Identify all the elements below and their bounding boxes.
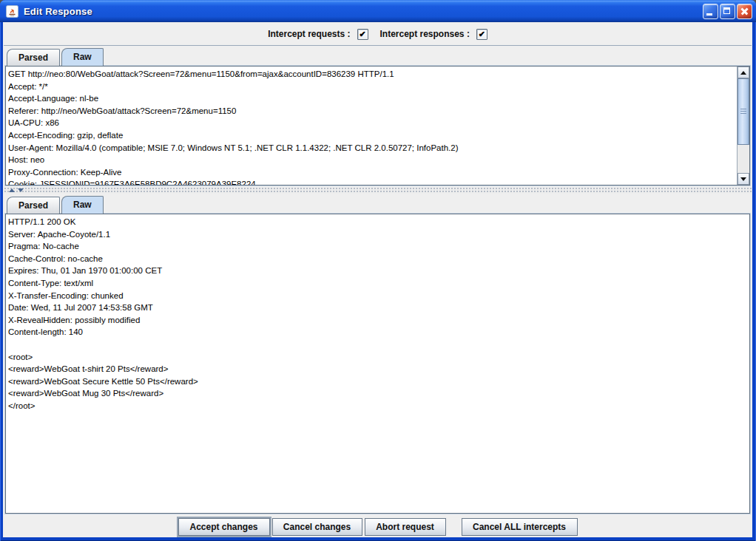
abort-request-button[interactable]: Abort request	[365, 518, 446, 536]
scroll-up-button[interactable]	[738, 67, 749, 78]
dialog-content: Intercept requests : ✔ Intercept respons…	[3, 22, 752, 537]
request-panel: Parsed Raw GET http://neo:80/WebGoat/att…	[4, 45, 752, 187]
intercept-requests-checkbox[interactable]: ✔	[357, 29, 368, 40]
scrollbar-thumb[interactable]	[738, 78, 749, 145]
arrow-down-icon	[740, 177, 746, 181]
accept-changes-button[interactable]: Accept changes	[178, 518, 270, 536]
tab-response-parsed[interactable]: Parsed	[7, 197, 60, 214]
intercept-responses-label: Intercept responses :	[380, 29, 470, 39]
divider-collapse-up-icon[interactable]	[9, 188, 15, 192]
maximize-button[interactable]	[720, 4, 735, 19]
response-tabs: Parsed Raw	[7, 194, 104, 214]
intercept-requests-label: Intercept requests :	[268, 29, 350, 39]
action-button-row: Accept changes Cancel changes Abort requ…	[3, 516, 752, 537]
close-button[interactable]	[737, 4, 752, 19]
arrow-up-icon	[740, 71, 746, 75]
thumb-grip-icon	[740, 109, 746, 115]
tab-request-raw[interactable]: Raw	[61, 48, 104, 66]
request-vertical-scrollbar[interactable]	[737, 67, 749, 185]
tab-request-parsed[interactable]: Parsed	[7, 49, 60, 66]
response-scrollpane: HTTP/1.1 200 OK Server: Apache-Coyote/1.…	[5, 214, 750, 514]
intercept-bar: Intercept requests : ✔ Intercept respons…	[3, 24, 752, 44]
divider-collapse-down-icon[interactable]	[18, 188, 24, 192]
request-raw-text[interactable]: GET http://neo:80/WebGoat/attack?Screen=…	[6, 67, 737, 185]
java-app-icon	[6, 5, 18, 18]
titlebar[interactable]: Edit Response	[0, 0, 756, 22]
split-divider[interactable]	[4, 187, 752, 194]
cancel-all-intercepts-button[interactable]: Cancel ALL intercepts	[462, 518, 578, 536]
request-tabs: Parsed Raw	[7, 47, 104, 66]
cancel-changes-button[interactable]: Cancel changes	[272, 518, 362, 536]
window-title: Edit Response	[24, 6, 703, 17]
response-panel: Parsed Raw HTTP/1.1 200 OK Server: Apach…	[4, 194, 752, 515]
window-controls	[703, 4, 752, 19]
intercept-responses-checkbox[interactable]: ✔	[476, 29, 487, 40]
scroll-down-button[interactable]	[738, 173, 749, 185]
response-raw-text[interactable]: HTTP/1.1 200 OK Server: Apache-Coyote/1.…	[6, 214, 749, 513]
tab-response-raw[interactable]: Raw	[61, 196, 104, 214]
edit-response-window: Edit Response Intercept requests : ✔ Int…	[0, 0, 756, 541]
minimize-button[interactable]	[703, 4, 718, 19]
request-scrollpane: GET http://neo:80/WebGoat/attack?Screen=…	[5, 66, 750, 186]
